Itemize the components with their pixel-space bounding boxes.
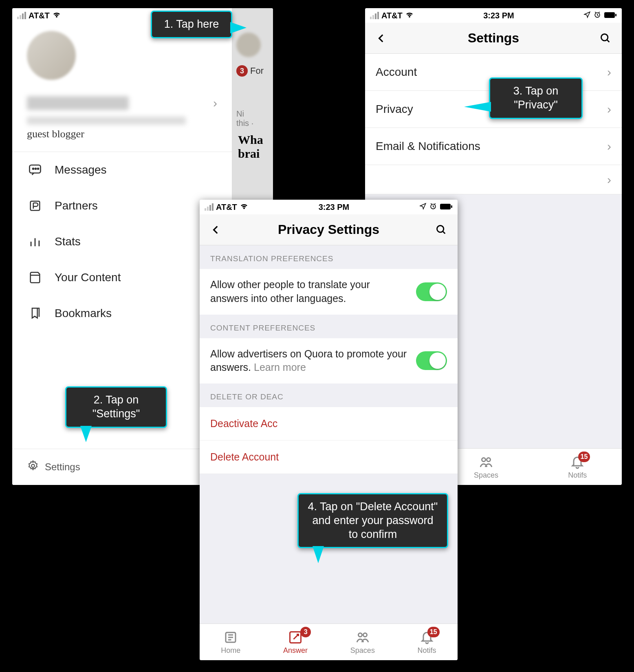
learn-more-link[interactable]: Learn more (254, 361, 306, 373)
callout-step-4: 4. Tap on "Delete Account" and enter you… (297, 493, 448, 548)
status-time: 3:23 PM (319, 203, 350, 212)
status-time: 3:23 PM (483, 11, 514, 20)
tab-notifs[interactable]: Notifs 15 (568, 454, 587, 480)
menu-item-stats[interactable]: Stats (12, 224, 232, 260)
menu-item-content[interactable]: Your Content (12, 260, 232, 295)
signal-icon (17, 12, 26, 19)
svg-point-9 (601, 34, 608, 40)
nav-bar: Settings (365, 23, 622, 54)
pref-advertisers: Allow advertisers on Quora to promote yo… (200, 338, 458, 384)
svg-point-20 (363, 633, 367, 637)
toggle-advertisers[interactable] (416, 351, 447, 370)
tab-label: Notifs (568, 471, 587, 480)
badge-count: 3 (236, 65, 248, 77)
tab-badge: 15 (427, 627, 440, 637)
signal-icon (370, 12, 379, 19)
wifi-icon (240, 203, 249, 212)
peek-question[interactable]: Wha brai (238, 133, 273, 161)
home-icon (222, 629, 239, 646)
nav-bar: Privacy Settings (200, 214, 458, 245)
svg-point-19 (358, 633, 362, 637)
chevron-right-icon: › (213, 96, 217, 110)
tab-label: Home (221, 646, 240, 655)
chevron-right-icon: › (607, 102, 611, 116)
back-button[interactable] (373, 30, 390, 46)
menu-label: Your Content (55, 271, 121, 284)
carrier-label: AT&T (381, 11, 403, 20)
row-label: Account (376, 66, 417, 79)
toggle-translate[interactable] (416, 282, 447, 301)
battery-icon (604, 11, 617, 20)
menu-label: Messages (55, 163, 107, 176)
row-deactivate[interactable]: Deactivate Acc (200, 407, 458, 441)
content-icon (27, 269, 43, 286)
svg-rect-15 (451, 205, 452, 208)
chevron-right-icon: › (607, 173, 611, 187)
menu-item-messages[interactable]: Messages (12, 152, 232, 188)
chevron-right-icon: › (607, 65, 611, 79)
pref-label: Allow advertisers on Quora to promote yo… (210, 347, 409, 375)
svg-point-5 (31, 464, 35, 467)
menu-label: Stats (55, 235, 81, 248)
messages-icon (27, 162, 43, 178)
settings-row-email[interactable]: Email & Notifications › (365, 128, 622, 165)
search-button[interactable] (597, 30, 614, 46)
svg-point-2 (35, 168, 36, 170)
peek-badge-text: For (250, 66, 264, 76)
carrier-label: AT&T (216, 203, 237, 212)
menu-item-settings[interactable]: Settings (12, 449, 232, 485)
tab-spaces[interactable]: Spaces (350, 629, 375, 655)
callout-step-1: 1. Tap here (151, 11, 232, 38)
screen-privacy-settings: AT&T 3:23 PM Privacy Settings TRANSLATIO… (200, 200, 458, 660)
status-bar: AT&T 3:23 PM (365, 8, 622, 23)
tab-bar: Home Answer 3 Spaces Notifs 15 (200, 624, 458, 660)
svg-rect-8 (615, 14, 616, 16)
battery-icon (440, 203, 453, 212)
tab-home[interactable]: Home (221, 629, 240, 655)
menu-item-partners[interactable]: Partners (12, 188, 232, 224)
svg-point-1 (33, 168, 34, 170)
spaces-icon (478, 454, 494, 470)
wifi-icon (52, 11, 61, 20)
tab-label: Notifs (418, 646, 436, 655)
stats-icon (27, 234, 43, 250)
tab-spaces[interactable]: Spaces (474, 454, 498, 480)
svg-point-3 (37, 168, 39, 170)
callout-step-2: 2. Tap on "Settings" (65, 386, 167, 428)
tab-badge: 15 (578, 452, 590, 462)
tab-label: Spaces (474, 471, 498, 480)
svg-point-12 (487, 458, 490, 462)
profile-avatar[interactable] (27, 31, 76, 80)
svg-point-11 (482, 458, 485, 462)
peek-avatar[interactable] (236, 33, 261, 57)
profile-name-row[interactable]: › (12, 80, 232, 115)
svg-point-16 (437, 225, 444, 232)
location-icon (419, 203, 427, 212)
back-button[interactable] (208, 222, 224, 238)
peek-notif[interactable]: 3 For (236, 65, 273, 77)
section-delete: DELETE OR DEAC (200, 383, 458, 407)
wifi-icon (405, 11, 414, 20)
tab-label: Answer (283, 646, 308, 655)
pref-label: Allow other people to translate your ans… (210, 278, 409, 306)
tab-badge: 3 (300, 627, 311, 637)
gear-icon (27, 460, 39, 474)
tab-notifs[interactable]: Notifs 15 (418, 629, 436, 655)
search-button[interactable] (433, 222, 449, 238)
spaces-icon (354, 629, 371, 646)
bookmarks-icon (27, 305, 43, 322)
alarm-icon (593, 11, 601, 21)
section-translation: TRANSLATION PREFERENCES (200, 245, 458, 269)
menu-label: Partners (55, 199, 98, 212)
tab-answer[interactable]: Answer 3 (283, 629, 308, 655)
menu-label: Bookmarks (55, 307, 112, 320)
profile-name (27, 96, 129, 110)
tab-label: Spaces (350, 646, 375, 655)
alarm-icon (429, 202, 437, 212)
row-delete-account[interactable]: Delete Account (200, 441, 458, 474)
menu-item-bookmarks[interactable]: Bookmarks (12, 295, 232, 331)
settings-row-blank[interactable]: › (365, 165, 622, 194)
chevron-right-icon: › (607, 139, 611, 153)
svg-rect-7 (604, 12, 615, 18)
profile-subtitle (27, 117, 186, 125)
